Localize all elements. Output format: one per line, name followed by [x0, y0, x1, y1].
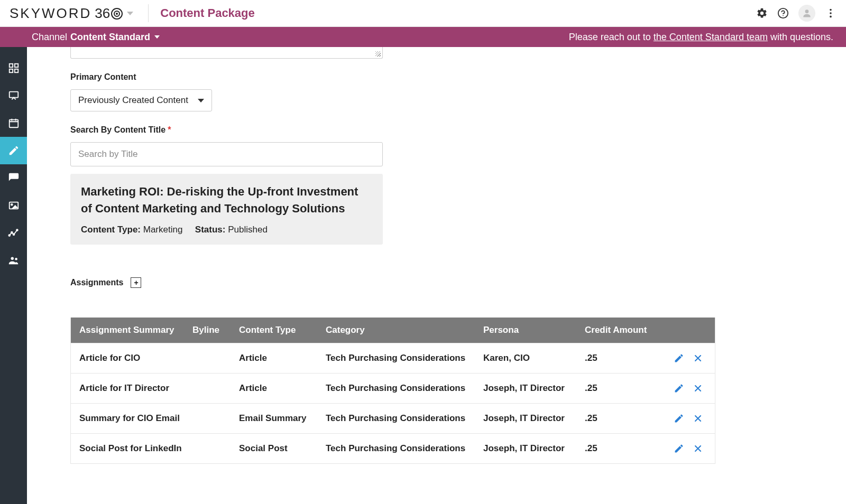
cell-category: Tech Purchasing Considerations [326, 383, 483, 394]
cell-summary: Article for IT Director [71, 383, 192, 394]
edit-icon [8, 145, 20, 156]
svg-rect-6 [9, 64, 12, 67]
sidebar [0, 47, 27, 504]
table-row: Social Post for LinkedInSocial PostTech … [71, 433, 715, 463]
gear-icon[interactable] [756, 7, 768, 19]
notice-text: Please reach out to the Content Standard… [569, 32, 833, 43]
target-icon [111, 8, 123, 20]
table-row: Article for IT DirectorArticleTech Purch… [71, 373, 715, 403]
presentation-icon [8, 90, 20, 101]
svg-point-14 [8, 235, 10, 236]
th-summary: Assignment Summary [71, 325, 192, 335]
image-icon [8, 200, 20, 211]
search-result-card[interactable]: Marketing ROI: De-risking the Up-front I… [70, 174, 383, 245]
cell-summary: Summary for CIO Email [71, 413, 192, 424]
cell-credit: .25 [585, 443, 658, 454]
sidebar-item-presentation[interactable] [0, 82, 27, 109]
analytics-icon [8, 227, 20, 239]
th-persona: Persona [483, 325, 585, 335]
svg-point-15 [11, 232, 12, 234]
notice-suffix: with questions. [768, 32, 833, 42]
comment-icon [8, 172, 20, 184]
search-input[interactable] [70, 142, 383, 166]
delete-row-button[interactable] [693, 353, 703, 363]
table-row: Summary for CIO EmailEmail SummaryTech P… [71, 403, 715, 433]
cell-summary: Article for CIO [71, 353, 192, 363]
sidebar-item-edit[interactable] [0, 137, 27, 164]
sidebar-item-image[interactable] [0, 192, 27, 219]
cell-persona: Joseph, IT Director [483, 383, 585, 394]
delete-row-button[interactable] [693, 383, 703, 394]
cell-credit: .25 [585, 383, 658, 394]
svg-point-1 [783, 15, 784, 16]
page-title: Content Package [160, 6, 255, 20]
help-icon[interactable] [777, 7, 789, 19]
cell-type: Article [239, 353, 326, 363]
svg-point-2 [805, 10, 809, 13]
more-vert-icon[interactable] [825, 7, 836, 19]
assignments-table: Assignment Summary Byline Content Type C… [70, 318, 715, 464]
cell-persona: Joseph, IT Director [483, 443, 585, 454]
brand-logo[interactable]: SKYWORD 36 [0, 0, 143, 27]
cell-type: Article [239, 383, 326, 394]
divider [148, 4, 149, 22]
edit-row-button[interactable] [674, 413, 684, 424]
brand-caret-icon[interactable] [127, 12, 133, 15]
edit-row-button[interactable] [674, 383, 684, 394]
sidebar-item-people[interactable] [0, 247, 27, 274]
channel-label: Channel [32, 32, 67, 43]
svg-rect-8 [9, 69, 12, 72]
result-title: Marketing ROI: De-risking the Up-front I… [81, 183, 372, 217]
sidebar-item-analytics[interactable] [0, 219, 27, 247]
top-bar: SKYWORD 36 Content Package [0, 0, 846, 27]
channel-value: Content Standard [70, 32, 150, 43]
channel-caret-icon[interactable] [154, 35, 160, 39]
edit-row-button[interactable] [674, 443, 684, 454]
cell-credit: .25 [585, 353, 658, 363]
svg-point-16 [13, 234, 14, 235]
cell-category: Tech Purchasing Considerations [326, 413, 483, 424]
user-icon [802, 8, 812, 18]
sidebar-item-calendar[interactable] [0, 109, 27, 137]
table-header: Assignment Summary Byline Content Type C… [71, 318, 715, 343]
primary-content-label: Primary Content [70, 72, 747, 82]
cell-persona: Karen, CIO [483, 353, 585, 363]
meta-type-label: Content Type: [81, 225, 141, 235]
people-icon [8, 255, 20, 266]
th-category: Category [326, 325, 483, 335]
th-credit: Credit Amount [585, 325, 658, 335]
brand-suffix: 36 [95, 5, 110, 21]
th-byline: Byline [192, 325, 239, 335]
cell-summary: Social Post for LinkedIn [71, 443, 192, 454]
cell-category: Tech Purchasing Considerations [326, 443, 483, 454]
search-label: Search By Content Title* [70, 125, 747, 135]
svg-point-19 [15, 258, 17, 260]
sidebar-item-dashboard[interactable] [0, 54, 27, 82]
avatar[interactable] [798, 5, 815, 22]
delete-row-button[interactable] [693, 443, 703, 454]
meta-status-label: Status: [195, 225, 226, 235]
svg-point-5 [830, 16, 832, 18]
assignments-label: Assignments [70, 278, 123, 287]
sidebar-item-comment[interactable] [0, 164, 27, 192]
add-assignment-button[interactable]: + [131, 277, 141, 288]
notice-link[interactable]: the Content Standard team [654, 32, 768, 42]
result-meta: Content Type: Marketing Status: Publishe… [81, 225, 372, 235]
notice-prefix: Please reach out to [569, 32, 654, 42]
table-row: Article for CIOArticleTech Purchasing Co… [71, 343, 715, 373]
cell-type: Email Summary [239, 413, 326, 424]
meta-status-value: Published [228, 225, 268, 235]
required-indicator: * [168, 125, 171, 134]
meta-type-value: Marketing [143, 225, 183, 235]
description-textarea[interactable] [70, 47, 383, 59]
svg-rect-9 [14, 69, 17, 72]
primary-content-select[interactable]: Previously Created Content [70, 89, 212, 111]
svg-point-18 [11, 257, 14, 260]
th-type: Content Type [239, 325, 326, 335]
edit-row-button[interactable] [674, 353, 684, 363]
search-label-text: Search By Content Title [70, 125, 165, 134]
calendar-icon [8, 117, 20, 129]
cell-category: Tech Purchasing Considerations [326, 353, 483, 363]
delete-row-button[interactable] [693, 413, 703, 424]
dashboard-icon [8, 62, 20, 74]
